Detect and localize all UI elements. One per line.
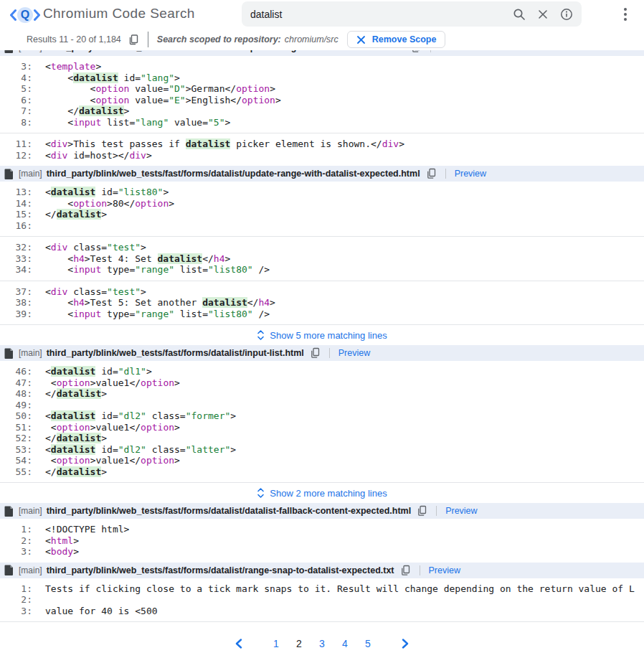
file-path-link[interactable]: third_party/blink/web_tests/fast/forms/d… <box>47 348 304 358</box>
info-icon[interactable] <box>558 6 575 23</box>
file-path-link[interactable]: third_party/blink/web_tests/fast/forms/d… <box>47 50 405 52</box>
more-options-icon[interactable] <box>619 7 632 22</box>
line-number[interactable]: 3: <box>0 606 32 617</box>
line-number[interactable]: 52: <box>0 433 32 444</box>
line-number[interactable]: 32: <box>0 242 32 253</box>
search-input[interactable]: datalist <box>250 9 511 20</box>
line-number[interactable]: 15: <box>0 209 32 220</box>
page-link[interactable]: 4 <box>333 638 356 649</box>
code-token: >This test passes if <box>67 138 185 149</box>
line-number[interactable]: 47: <box>0 377 32 389</box>
line-number[interactable]: 5: <box>0 83 32 95</box>
preview-link[interactable]: Preview <box>440 50 471 52</box>
code-token: < <box>45 242 51 253</box>
results-bar: Results 11 - 20 of 1,184 Search scoped t… <box>0 29 644 50</box>
line-number[interactable]: 37: <box>0 286 32 298</box>
unfold-more-icon <box>257 330 265 340</box>
line-number[interactable]: 16: <box>0 220 32 232</box>
file-path-link[interactable]: third_party/blink/web_tests/fast/forms/d… <box>47 565 394 575</box>
line-number[interactable]: 14: <box>0 198 32 210</box>
code-token: > <box>101 209 107 220</box>
current-page[interactable]: 2 <box>288 638 311 649</box>
page-link[interactable]: 1 <box>265 638 288 649</box>
line-number[interactable]: 7: <box>0 105 32 117</box>
copy-path-icon[interactable] <box>400 565 411 576</box>
line-number[interactable]: 46: <box>0 366 32 377</box>
line-number[interactable]: 50: <box>0 410 32 422</box>
scope-label: Search scoped to repository: <box>157 34 281 44</box>
remove-scope-button[interactable]: Remove Scope <box>347 31 446 48</box>
show-more-matching-lines[interactable]: Show 2 more matching lines <box>0 483 644 503</box>
code-line: 37:<div class="test"> <box>0 286 644 298</box>
code-token: < <box>45 253 73 264</box>
line-number[interactable]: 1: <box>0 524 32 535</box>
line-number[interactable]: 2: <box>0 594 32 606</box>
line-number[interactable]: 1: <box>0 583 32 595</box>
code-snippet: 46:<datalist id="dl1">47: <option>value1… <box>0 361 644 482</box>
copy-path-icon[interactable] <box>310 347 321 359</box>
chromium-code-search-logo[interactable]: Q <box>9 6 41 24</box>
code-line: 32:<div class="test"> <box>0 242 644 253</box>
search-box[interactable]: datalist <box>242 1 582 27</box>
code-token: "list80" <box>208 309 253 319</box>
code-line: 4: <datalist id="lang"> <box>0 72 644 84</box>
clear-search-icon[interactable] <box>534 6 551 23</box>
copy-path-icon[interactable] <box>411 50 422 53</box>
line-number[interactable]: 4: <box>0 72 32 84</box>
code-token: div <box>51 286 67 297</box>
preview-link[interactable]: Preview <box>445 506 477 516</box>
code-token: > <box>174 422 180 433</box>
preview-link[interactable]: Preview <box>455 169 486 179</box>
preview-link[interactable]: Preview <box>429 565 460 575</box>
line-number[interactable]: 2: <box>0 535 32 547</box>
line-number[interactable]: 34: <box>0 264 32 276</box>
line-number[interactable]: 13: <box>0 187 32 198</box>
code-token: input <box>73 117 101 128</box>
code-token: "lang" <box>135 117 169 128</box>
copy-path-icon[interactable] <box>417 505 427 517</box>
page-link[interactable]: 5 <box>356 638 379 649</box>
line-number[interactable]: 51: <box>0 422 32 433</box>
code-token: "lang" <box>141 72 174 83</box>
next-page-button[interactable] <box>397 635 414 652</box>
page-title: Chromium Code Search <box>43 6 195 22</box>
preview-link[interactable]: Preview <box>338 348 370 358</box>
file-path-link[interactable]: third_party/blink/web_tests/fast/forms/d… <box>47 169 420 179</box>
chevron-right-icon <box>401 639 409 649</box>
line-number[interactable]: 11: <box>0 138 32 150</box>
code-token: < <box>45 83 95 94</box>
line-number[interactable]: 53: <box>0 444 32 456</box>
line-number[interactable]: 33: <box>0 253 32 265</box>
line-number[interactable]: 3: <box>0 61 32 72</box>
code-token: </ <box>45 209 57 220</box>
line-number[interactable]: 55: <box>0 466 32 478</box>
line-number[interactable]: 3: <box>0 546 32 558</box>
search-match: datalist <box>158 253 203 264</box>
code-token: > <box>224 253 230 264</box>
search-icon[interactable] <box>511 6 528 23</box>
line-number[interactable]: 8: <box>0 117 32 128</box>
line-number[interactable]: 38: <box>0 297 32 309</box>
code-token: > <box>270 83 275 94</box>
code-line: 1:Tests if clicking close to a tick mark… <box>0 583 644 595</box>
line-number[interactable]: 48: <box>0 388 32 400</box>
code-line: 1:<!DOCTYPE html> <box>0 524 644 535</box>
file-path-link[interactable]: third_party/blink/web_tests/fast/forms/d… <box>47 506 411 516</box>
line-number[interactable]: 12: <box>0 150 32 161</box>
line-number[interactable]: 49: <box>0 400 32 411</box>
code-token: > <box>146 150 152 161</box>
code-token: >German</ <box>186 83 236 94</box>
code-token: </ <box>45 433 57 443</box>
previous-page-button[interactable] <box>230 635 247 652</box>
code-token: id= <box>118 72 141 83</box>
page-link[interactable]: 3 <box>311 638 333 649</box>
line-number[interactable]: 6: <box>0 95 32 106</box>
show-more-matching-lines[interactable]: Show 5 more matching lines <box>0 325 644 345</box>
search-match: datalist <box>51 410 96 421</box>
line-number[interactable]: 54: <box>0 455 32 466</box>
copy-path-icon[interactable] <box>426 168 437 179</box>
copy-results-icon[interactable] <box>128 34 140 46</box>
code-token: < <box>45 117 73 128</box>
line-number[interactable]: 39: <box>0 309 32 320</box>
copy-icon <box>310 347 321 359</box>
